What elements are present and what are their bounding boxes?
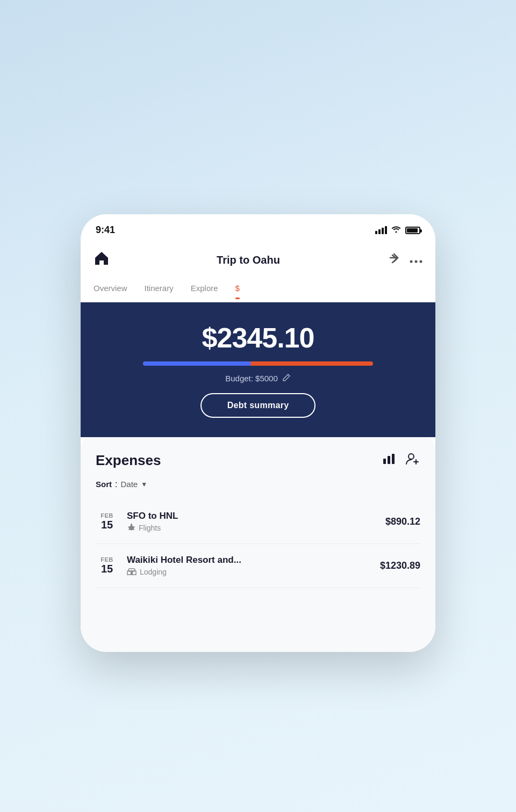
- budget-label: Budget: $5000: [225, 373, 291, 383]
- signal-bars-icon: [375, 226, 387, 234]
- expense-info: Waikiki Hotel Resort and... Lodging: [127, 555, 371, 577]
- expense-category: Lodging: [127, 568, 371, 577]
- expense-name: Waikiki Hotel Resort and...: [127, 555, 371, 566]
- phone-frame: 9:41 Trip to Oahu: [81, 214, 435, 652]
- expense-date: FEB 15: [96, 556, 118, 575]
- sort-label: Sort: [96, 480, 112, 489]
- expense-name: SFO to HNL: [127, 511, 377, 521]
- sort-row: Sort : Date ▼: [96, 480, 420, 489]
- sort-colon: :: [115, 480, 117, 489]
- edit-budget-icon[interactable]: [282, 373, 291, 383]
- more-menu-icon[interactable]: [410, 254, 422, 266]
- wifi-icon: [391, 226, 401, 235]
- sort-chevron-icon[interactable]: ▼: [141, 481, 147, 488]
- tab-expenses[interactable]: $: [235, 277, 240, 299]
- app-header: Trip to Oahu: [81, 242, 435, 274]
- svg-rect-6: [392, 454, 395, 464]
- battery-icon: [405, 227, 420, 234]
- lodging-icon: [127, 568, 137, 577]
- share-icon[interactable]: [387, 252, 401, 269]
- expense-category: Flights: [127, 524, 377, 533]
- expense-amount: $1230.89: [380, 560, 420, 571]
- svg-point-1: [410, 260, 413, 263]
- tab-itinerary[interactable]: Itinerary: [145, 277, 174, 299]
- debt-summary-button[interactable]: Debt summary: [200, 393, 316, 418]
- status-icons: [375, 226, 420, 235]
- svg-point-3: [420, 260, 422, 263]
- svg-rect-14: [131, 571, 133, 575]
- tabs: Overview Itinerary Explore $: [81, 274, 435, 302]
- tab-overview[interactable]: Overview: [94, 277, 127, 299]
- expenses-actions: [383, 452, 420, 468]
- svg-point-2: [415, 260, 418, 263]
- expense-day: 15: [101, 519, 113, 531]
- status-bar: 9:41: [81, 214, 435, 242]
- progress-bar: [143, 361, 373, 366]
- expenses-header: Expenses: [96, 452, 420, 469]
- expense-item[interactable]: FEB 15 SFO to HNL Flights $890.12: [96, 500, 420, 544]
- expense-day: 15: [101, 563, 113, 575]
- svg-rect-5: [388, 456, 390, 464]
- home-icon[interactable]: [94, 251, 110, 270]
- expense-info: SFO to HNL Flights: [127, 511, 377, 533]
- expense-item[interactable]: FEB 15 Waikiki Hotel Resort and...: [96, 544, 420, 588]
- budget-amount: $2345.10: [202, 322, 314, 354]
- status-time: 9:41: [96, 224, 115, 236]
- flight-icon: [127, 524, 135, 533]
- expenses-section: Expenses: [81, 437, 435, 652]
- header-actions: [387, 252, 422, 269]
- expense-amount: $890.12: [385, 516, 420, 527]
- budget-banner: $2345.10 Budget: $5000 Debt summary: [81, 302, 435, 437]
- expense-date: FEB 15: [96, 512, 118, 531]
- chart-icon[interactable]: [383, 452, 397, 468]
- expense-month: FEB: [101, 512, 113, 519]
- header-title: Trip to Oahu: [217, 254, 280, 266]
- svg-point-7: [408, 454, 414, 459]
- add-person-icon[interactable]: [405, 452, 420, 468]
- svg-rect-11: [128, 569, 135, 571]
- expense-month: FEB: [101, 556, 113, 563]
- expenses-title: Expenses: [96, 452, 161, 469]
- sort-value[interactable]: Date: [120, 480, 138, 489]
- svg-rect-4: [383, 459, 386, 464]
- progress-bar-fill: [143, 361, 251, 366]
- tab-explore[interactable]: Explore: [191, 277, 218, 299]
